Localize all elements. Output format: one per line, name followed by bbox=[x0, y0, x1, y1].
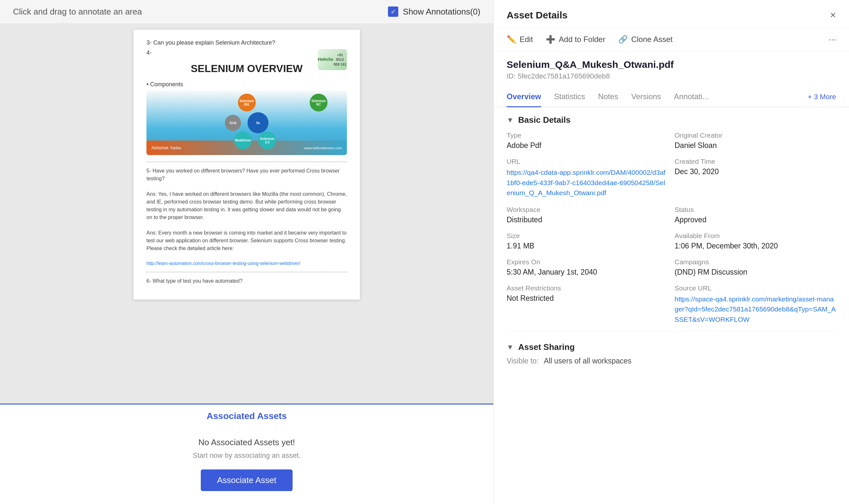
tabs-bar: Overview Statistics Notes Versions Annot… bbox=[494, 87, 849, 107]
panel-header: Asset Details × bbox=[494, 0, 849, 28]
doc-link[interactable]: http://learn-automation.com/cross-browse… bbox=[146, 260, 347, 267]
associate-asset-button[interactable]: Associate Asset bbox=[201, 469, 293, 491]
tab-annotations[interactable]: Annotati... bbox=[674, 87, 709, 107]
q5-ans1: Ans: Yes, I have worked on different bro… bbox=[146, 190, 347, 221]
banner-site: www.helloselenium.com bbox=[304, 146, 342, 150]
asset-restrictions-value: Not Restricted bbox=[507, 294, 668, 303]
circle-se: Se bbox=[248, 112, 268, 133]
basic-details-grid: Type Adobe Pdf Original Creator Daniel S… bbox=[494, 128, 849, 328]
doc-title: SELENIUM OVERVIEW bbox=[146, 63, 347, 75]
asset-sharing-arrow[interactable]: ▼ bbox=[507, 343, 514, 352]
top-bar: Click and drag to annotate an area ✓ Sho… bbox=[0, 0, 493, 23]
close-button[interactable]: × bbox=[830, 9, 836, 21]
edit-icon: ✏️ bbox=[507, 35, 516, 44]
detail-available-from: Available From 1:06 PM, December 30th, 2… bbox=[675, 232, 836, 250]
show-annotations-label: Show Annotations(0) bbox=[403, 7, 481, 17]
add-to-folder-button[interactable]: ➕ Add to Folder bbox=[546, 35, 605, 44]
source-url-value[interactable]: https://space-qa4.sprinklr.com/marketing… bbox=[675, 294, 836, 325]
assoc-header: Associated Assets bbox=[0, 404, 493, 428]
circle-selenium-ide: SeleniumIDE bbox=[238, 94, 256, 111]
available-from-value: 1:06 PM, December 30th, 2020 bbox=[675, 242, 836, 250]
asset-sharing-title: Asset Sharing bbox=[518, 342, 575, 352]
show-annotations-checkbox[interactable]: ✓ bbox=[388, 6, 398, 17]
created-time-label: Created Time bbox=[675, 158, 836, 165]
clone-asset-label: Clone Asset bbox=[631, 35, 673, 44]
basic-details-title: Basic Details bbox=[518, 115, 571, 125]
detail-created-time: Created Time Dec 30, 2020 bbox=[675, 158, 836, 198]
folder-icon: ➕ bbox=[546, 35, 555, 44]
expires-on-label: Expires On bbox=[507, 258, 668, 266]
visible-to-value: All users of all workspaces bbox=[544, 357, 631, 365]
more-actions-button[interactable]: ··· bbox=[829, 34, 836, 44]
circle-selenium20: Selenium2.0 bbox=[258, 131, 276, 149]
tab-versions[interactable]: Versions bbox=[631, 87, 661, 107]
circle-webdriver: WebDriver bbox=[234, 131, 252, 149]
size-value: 1.91 MB bbox=[507, 242, 668, 250]
add-to-folder-label: Add to Folder bbox=[559, 35, 605, 44]
tab-overview[interactable]: Overview bbox=[507, 87, 541, 107]
edit-button[interactable]: ✏️ Edit bbox=[507, 35, 533, 44]
workspace-value: Distributed bbox=[507, 216, 668, 224]
asset-sharing-content: Visible to: All users of all workspaces bbox=[494, 355, 849, 372]
detail-asset-restrictions: Asset Restrictions Not Restricted bbox=[507, 284, 668, 325]
tab-statistics[interactable]: Statistics bbox=[554, 87, 585, 107]
doc-preview: 3- Can you please explain Selenium Archi… bbox=[0, 23, 493, 403]
basic-details-arrow[interactable]: ▼ bbox=[507, 116, 514, 124]
doc-page: 3- Can you please explain Selenium Archi… bbox=[134, 30, 360, 300]
visible-to-label: Visible to: bbox=[507, 357, 539, 365]
hello-se-logo: HelloSe+91 8512 888 161 bbox=[318, 49, 347, 70]
clone-asset-button[interactable]: 🔗 Clone Asset bbox=[618, 35, 673, 44]
doc-question-4: 4- bbox=[146, 50, 347, 56]
detail-type: Type Adobe Pdf bbox=[507, 131, 668, 150]
tab-more[interactable]: + 3 More bbox=[808, 93, 836, 101]
right-panel: Asset Details × ✏️ Edit ➕ Add to Folder … bbox=[493, 0, 849, 504]
q5-text: 5- Have you worked on different browsers… bbox=[146, 167, 347, 182]
circle-selenium-rc: SeleniumRC bbox=[310, 94, 328, 111]
components-diagram: SeleniumIDE SeleniumRC Grid Se WebDriver… bbox=[146, 90, 347, 155]
detail-status: Status Approved bbox=[675, 206, 836, 224]
source-url-label: Source URL bbox=[675, 284, 836, 292]
panel-title: Asset Details bbox=[507, 10, 567, 21]
asset-name: Selenium_Q&A_Mukesh_Otwani.pdf bbox=[494, 51, 849, 72]
expires-on-value: 5:30 AM, January 1st, 2040 bbox=[507, 268, 668, 276]
components-section: • Components SeleniumIDE SeleniumRC Grid… bbox=[146, 81, 347, 155]
associated-assets-section: Associated Assets No Associated Assets y… bbox=[0, 403, 493, 504]
doc-question-3: 3- Can you please explain Selenium Archi… bbox=[146, 39, 347, 46]
original-creator-value: Daniel Sloan bbox=[675, 141, 836, 150]
clone-icon: 🔗 bbox=[618, 35, 628, 44]
assoc-content: No Associated Assets yet! Start now by a… bbox=[0, 428, 493, 504]
original-creator-label: Original Creator bbox=[675, 131, 836, 139]
assoc-empty-title: No Associated Assets yet! bbox=[6, 437, 487, 448]
asset-sharing-header: ▼ Asset Sharing bbox=[494, 335, 849, 355]
left-panel: Click and drag to annotate an area ✓ Sho… bbox=[0, 0, 493, 504]
detail-campaigns: Campaigns (DND) RM Discussion bbox=[675, 258, 836, 276]
detail-source-url: Source URL https://space-qa4.sprinklr.co… bbox=[675, 284, 836, 325]
url-label: URL bbox=[507, 158, 668, 165]
size-label: Size bbox=[507, 232, 668, 240]
doc-question-5: 5- Have you worked on different browsers… bbox=[146, 167, 347, 267]
detail-url: URL https://qa4-cdata-app.sprinklr.com/D… bbox=[507, 158, 668, 198]
detail-size: Size 1.91 MB bbox=[507, 232, 668, 250]
tab-notes[interactable]: Notes bbox=[598, 87, 619, 107]
annotation-hint: Click and drag to annotate an area bbox=[13, 7, 142, 17]
status-label: Status bbox=[675, 206, 836, 214]
detail-original-creator: Original Creator Daniel Sloan bbox=[675, 131, 836, 150]
status-value: Approved bbox=[675, 216, 836, 224]
doc-question-6: 6- What type of test you have automated? bbox=[146, 277, 347, 285]
campaigns-label: Campaigns bbox=[675, 258, 836, 266]
assoc-empty-subtitle: Start now by associating an asset. bbox=[6, 451, 487, 460]
campaigns-value: (DND) RM Discussion bbox=[675, 268, 836, 276]
dotted-divider-1 bbox=[146, 162, 347, 162]
q5-ans2: Ans: Every month a new browser is coming… bbox=[146, 229, 347, 252]
dotted-divider-2 bbox=[146, 272, 347, 272]
asset-restrictions-label: Asset Restrictions bbox=[507, 284, 668, 292]
url-value[interactable]: https://qa4-cdata-app.sprinklr.com/DAM/4… bbox=[507, 167, 668, 198]
detail-workspace: Workspace Distributed bbox=[507, 206, 668, 224]
show-annotations-container[interactable]: ✓ Show Annotations(0) bbox=[388, 6, 481, 17]
section-divider bbox=[507, 331, 836, 331]
doc-title-block: SELENIUM OVERVIEW HelloSe+91 8512 888 16… bbox=[146, 63, 347, 75]
workspace-label: Workspace bbox=[507, 206, 668, 214]
action-bar: ✏️ Edit ➕ Add to Folder 🔗 Clone Asset ··… bbox=[494, 28, 849, 51]
available-from-label: Available From bbox=[675, 232, 836, 240]
circle-grid: Grid bbox=[225, 115, 241, 131]
